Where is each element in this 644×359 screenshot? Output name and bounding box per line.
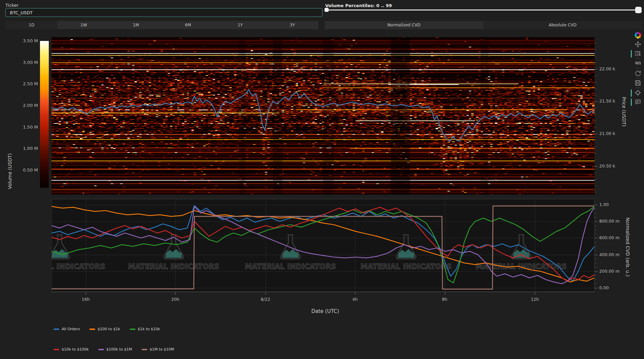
price-major-tick bbox=[595, 101, 598, 102]
price-minor-tick bbox=[595, 127, 596, 128]
slider-handle-min[interactable] bbox=[325, 8, 329, 12]
cvd-minor-tick bbox=[595, 267, 596, 267]
legend-item[interactable]: $1M to $10M bbox=[142, 347, 174, 352]
legend-swatch bbox=[98, 349, 104, 350]
hover-icon[interactable] bbox=[633, 97, 642, 106]
legend-item[interactable]: $100k to $1M bbox=[98, 347, 132, 352]
save-icon[interactable] bbox=[633, 78, 642, 87]
date-tick-label: 20h bbox=[165, 297, 185, 302]
price-minor-tick bbox=[595, 185, 596, 186]
date-tick bbox=[355, 292, 355, 295]
price-minor-tick bbox=[595, 56, 596, 56]
legend-swatch bbox=[89, 329, 95, 330]
price-major-tick bbox=[595, 134, 598, 134]
volume-tick-label: 1.50 M bbox=[14, 125, 38, 130]
slider-handle-max[interactable] bbox=[635, 7, 642, 13]
modebar-active-indicator bbox=[631, 98, 632, 106]
legend-item[interactable]: All Orders bbox=[54, 327, 80, 331]
legend-label: $1k to $10k bbox=[138, 327, 160, 331]
legend-swatch bbox=[130, 329, 136, 330]
time-button-3y[interactable]: 3Y bbox=[266, 21, 318, 29]
price-minor-tick bbox=[595, 49, 596, 50]
date-tick-label: 8h bbox=[435, 297, 455, 302]
slider-track[interactable] bbox=[325, 9, 641, 10]
price-tick-label: 20.50 k bbox=[599, 163, 615, 169]
volume-axis-title: Volume (USDT) bbox=[7, 153, 13, 190]
cvd-minor-tick bbox=[595, 275, 596, 276]
cvd-minor-tick bbox=[595, 226, 596, 226]
cvd-minor-tick bbox=[595, 263, 596, 263]
cvd-tick-label: 200.00 m bbox=[599, 269, 620, 274]
volume-tick-label: 2.00 M bbox=[14, 103, 38, 108]
date-tick bbox=[445, 292, 445, 295]
price-major-tick bbox=[595, 166, 598, 166]
cvd-major-tick bbox=[595, 271, 598, 272]
modebar-active-indicator bbox=[631, 89, 632, 97]
date-axis-title: Date (UTC) bbox=[298, 308, 352, 314]
cvd-minor-tick bbox=[595, 242, 596, 243]
date-tick-label: 16h bbox=[76, 297, 96, 302]
volume-colorbar bbox=[40, 41, 49, 188]
cvd-minor-tick bbox=[595, 213, 596, 214]
ticker-input[interactable] bbox=[5, 8, 323, 17]
cvd-minor-tick bbox=[595, 230, 596, 230]
zoom-in-out-icon[interactable] bbox=[633, 59, 642, 68]
time-button-1y[interactable]: 1Y bbox=[214, 21, 266, 29]
legend-item[interactable]: $100 to $1k bbox=[89, 327, 120, 331]
cvd-minor-tick bbox=[595, 217, 596, 218]
legend-row-1: All Orders$100 to $1k$1k to $10k bbox=[54, 327, 169, 331]
time-button-6m[interactable]: 6M bbox=[162, 21, 214, 29]
time-button-1m[interactable]: 1M bbox=[110, 21, 162, 29]
cvd-button-absolute-cvd[interactable]: Absolute CVD bbox=[483, 21, 642, 29]
cvd-tick-label: 0.00 bbox=[599, 285, 609, 290]
ticker-label: Ticker bbox=[5, 3, 19, 8]
volume-tick-label: 0.50 M bbox=[14, 167, 38, 173]
price-minor-tick bbox=[595, 114, 596, 115]
legend-swatch bbox=[142, 349, 147, 350]
spikelines-icon[interactable] bbox=[633, 88, 642, 97]
price-major-tick bbox=[595, 69, 598, 69]
cvd-minor-tick bbox=[595, 246, 596, 247]
cvd-major-tick bbox=[595, 288, 598, 288]
legend-row-2: $10k to $100k$100k to $1M$1M to $10M bbox=[54, 347, 184, 352]
box-zoom-icon[interactable] bbox=[633, 49, 642, 58]
date-tick-label: 4h bbox=[345, 297, 365, 302]
volume-heatmap-chart[interactable] bbox=[51, 37, 595, 195]
legend-label: All Orders bbox=[62, 327, 80, 331]
time-button-1d[interactable]: 1D bbox=[5, 21, 58, 29]
volume-tick-label: 3.50 M bbox=[14, 38, 38, 43]
autoscale-icon[interactable] bbox=[633, 69, 642, 77]
cvd-major-tick bbox=[595, 221, 598, 222]
time-button-1w[interactable]: 1W bbox=[58, 21, 110, 29]
legend-swatch bbox=[54, 349, 59, 350]
volume-tick-label: 3.00 M bbox=[14, 60, 38, 65]
price-minor-tick bbox=[595, 63, 596, 63]
cvd-minor-tick bbox=[595, 234, 596, 234]
legend-label: $1M to $10M bbox=[150, 347, 174, 352]
cvd-minor-tick bbox=[595, 279, 596, 280]
date-tick bbox=[86, 292, 86, 295]
volume-percentiles-slider[interactable] bbox=[325, 7, 642, 14]
price-minor-tick bbox=[595, 82, 596, 82]
cvd-button-normalized-cvd[interactable]: Normalized CVD bbox=[325, 21, 483, 29]
cvd-major-tick bbox=[595, 205, 598, 205]
cvd-minor-tick bbox=[595, 284, 596, 284]
legend-item[interactable]: $1k to $10k bbox=[130, 327, 160, 331]
price-minor-tick bbox=[595, 160, 596, 160]
cvd-minor-tick bbox=[595, 209, 596, 209]
cvd-minor-tick bbox=[595, 250, 596, 251]
cvd-tick-label: 400.00 m bbox=[599, 252, 620, 257]
price-minor-tick bbox=[595, 121, 596, 121]
price-minor-tick bbox=[595, 140, 596, 140]
date-tick-label: 12h bbox=[525, 297, 545, 302]
cvd-major-tick bbox=[595, 238, 598, 238]
price-minor-tick bbox=[595, 153, 596, 154]
date-tick bbox=[175, 292, 175, 295]
legend-label: $10k to $100k bbox=[62, 347, 89, 352]
price-minor-tick bbox=[595, 147, 596, 147]
plotly-logo-icon[interactable] bbox=[633, 31, 642, 40]
pan-icon[interactable] bbox=[633, 40, 642, 49]
normalized-cvd-chart[interactable] bbox=[51, 199, 595, 292]
legend-item[interactable]: $10k to $100k bbox=[54, 347, 89, 352]
date-tick-label: 8/22 bbox=[255, 297, 276, 302]
